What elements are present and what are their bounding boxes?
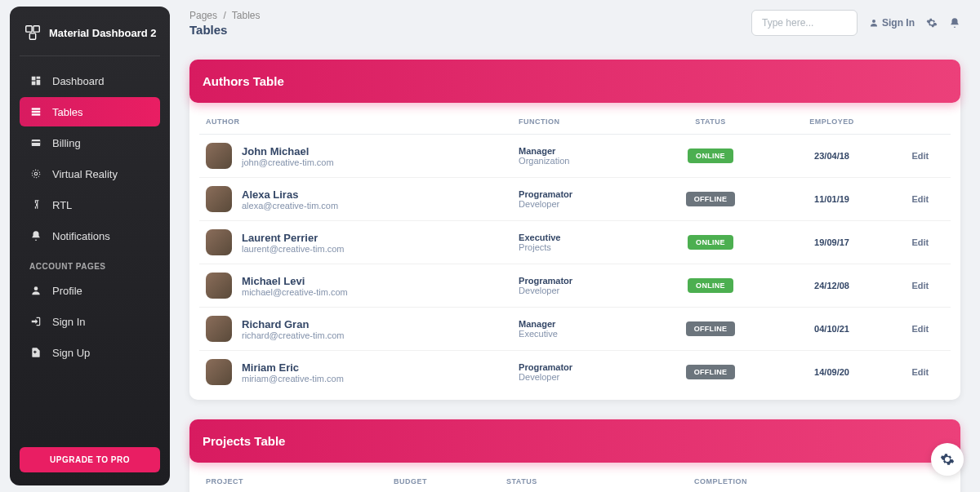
sidebar-item-signin[interactable]: Sign In	[20, 307, 160, 336]
billing-icon	[29, 136, 42, 149]
author-name: John Michael	[242, 145, 334, 157]
status-badge: ONLINE	[688, 278, 733, 293]
author-name: Richard Gran	[242, 318, 344, 330]
avatar	[206, 359, 232, 385]
avatar	[206, 229, 232, 255]
sidebar-item-label: Billing	[52, 137, 81, 149]
avatar	[206, 273, 232, 299]
nav: Dashboard Tables Billing Virtual Reality…	[20, 66, 160, 441]
svg-point-12	[34, 172, 38, 175]
sidebar: Material Dashboard 2 Dashboard Tables Bi…	[10, 7, 170, 485]
function-role: Programator	[519, 189, 641, 199]
function-sub: Executive	[519, 329, 641, 339]
svg-rect-8	[32, 111, 41, 113]
svg-point-13	[32, 170, 39, 177]
svg-rect-7	[32, 108, 41, 109]
breadcrumb-root[interactable]: Pages	[189, 10, 217, 21]
col-status: STATUS	[500, 469, 688, 492]
table-row: Miriam Eric miriam@creative-tim.com Prog…	[199, 351, 951, 394]
breadcrumb: Pages / Tables	[189, 10, 261, 21]
settings-fab[interactable]	[931, 443, 964, 476]
sidebar-item-profile[interactable]: Profile	[20, 276, 160, 305]
employed-date: 19/09/17	[814, 237, 849, 247]
search-input[interactable]	[751, 10, 858, 36]
col-budget: BUDGET	[387, 469, 500, 492]
function-sub: Developer	[519, 286, 641, 295]
table-row: John Michael john@creative-tim.com Manag…	[199, 135, 951, 178]
sidebar-item-label: RTL	[52, 199, 72, 211]
bell-icon[interactable]	[949, 17, 960, 29]
table-row: Alexa Liras alexa@creative-tim.com Progr…	[199, 178, 951, 221]
employed-date: 23/04/18	[814, 151, 849, 161]
edit-link[interactable]: Edit	[911, 237, 929, 247]
sidebar-item-label: Sign Up	[52, 347, 90, 359]
edit-link[interactable]: Edit	[911, 151, 929, 161]
svg-rect-3	[32, 77, 36, 81]
top-actions: Sign In	[751, 10, 960, 36]
sidebar-item-label: Notifications	[52, 230, 110, 242]
svg-rect-11	[32, 141, 41, 143]
sidebar-item-billing[interactable]: Billing	[20, 128, 160, 157]
function-role: Manager	[519, 146, 641, 156]
status-badge: OFFLINE	[686, 365, 736, 379]
sidebar-item-label: Profile	[52, 285, 82, 297]
breadcrumb-wrap: Pages / Tables Tables	[189, 10, 261, 37]
col-project: PROJECT	[199, 469, 387, 492]
sidebar-item-vr[interactable]: Virtual Reality	[20, 159, 160, 188]
employed-date: 14/09/20	[814, 367, 849, 377]
status-badge: ONLINE	[688, 148, 733, 163]
person-icon	[869, 18, 879, 28]
author-email: alexa@creative-tim.com	[242, 201, 338, 211]
sidebar-item-notifications[interactable]: Notifications	[20, 221, 160, 250]
sidebar-item-dashboard[interactable]: Dashboard	[20, 66, 160, 95]
signin-label: Sign In	[882, 17, 915, 29]
svg-rect-1	[33, 26, 39, 32]
col-completion: COMPLETION	[688, 469, 918, 492]
svg-rect-6	[32, 82, 36, 86]
col-author: AUTHOR	[199, 109, 512, 135]
authors-card: Authors Table AUTHOR FUNCTION STATUS EMP…	[189, 76, 960, 400]
table-row: Laurent Perrier laurent@creative-tim.com…	[199, 221, 951, 264]
svg-rect-0	[26, 26, 32, 32]
col-function: FUNCTION	[512, 109, 648, 135]
sidebar-item-signup[interactable]: Sign Up	[20, 338, 160, 367]
svg-rect-4	[37, 77, 41, 79]
svg-rect-2	[29, 33, 35, 39]
projects-card-title: Projects Table	[203, 434, 947, 448]
employed-date: 24/12/08	[814, 281, 849, 290]
sidebar-item-rtl[interactable]: RTL	[20, 190, 160, 219]
bell-icon	[29, 229, 42, 242]
nav-heading-account: ACCOUNT PAGES	[20, 252, 160, 276]
topbar: Pages / Tables Tables Sign In	[189, 10, 960, 37]
gear-icon	[940, 452, 955, 467]
sidebar-item-label: Tables	[52, 106, 83, 118]
upgrade-button[interactable]: UPGRADE TO PRO	[20, 447, 160, 472]
author-email: miriam@creative-tim.com	[242, 374, 344, 383]
brand: Material Dashboard 2	[20, 20, 160, 56]
projects-card-header: Projects Table	[189, 419, 960, 463]
signup-icon	[29, 346, 42, 359]
edit-link[interactable]: Edit	[911, 324, 929, 334]
svg-point-14	[34, 286, 38, 290]
col-employed: EMPLOYED	[773, 109, 889, 135]
authors-card-title: Authors Table	[203, 74, 947, 88]
gear-icon[interactable]	[926, 17, 938, 29]
tables-icon	[29, 105, 42, 118]
authors-card-header: Authors Table	[189, 60, 960, 103]
edit-link[interactable]: Edit	[911, 281, 929, 290]
status-badge: ONLINE	[688, 235, 733, 250]
employed-date: 11/01/19	[814, 194, 849, 204]
edit-link[interactable]: Edit	[911, 194, 929, 204]
rtl-icon	[29, 198, 42, 211]
function-sub: Developer	[519, 372, 641, 382]
svg-rect-5	[37, 80, 41, 85]
vr-icon	[29, 167, 42, 180]
sidebar-item-label: Sign In	[52, 316, 85, 328]
signin-link[interactable]: Sign In	[869, 17, 915, 29]
edit-link[interactable]: Edit	[911, 367, 929, 377]
col-status: STATUS	[648, 109, 774, 135]
function-role: Programator	[519, 362, 641, 372]
sidebar-item-tables[interactable]: Tables	[20, 97, 160, 126]
status-badge: OFFLINE	[686, 321, 736, 336]
author-email: laurent@creative-tim.com	[242, 244, 344, 254]
